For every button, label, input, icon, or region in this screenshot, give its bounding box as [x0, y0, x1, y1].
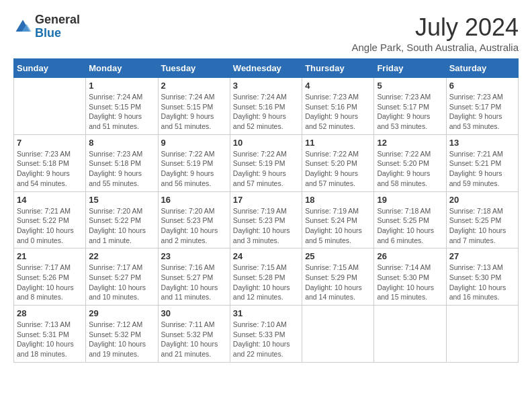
day-number: 5 [377, 81, 443, 91]
week-row-1: 1Sunrise: 7:24 AM Sunset: 5:15 PM Daylig… [14, 78, 519, 135]
day-info: Sunrise: 7:23 AM Sunset: 5:18 PM Dayligh… [17, 149, 83, 189]
day-number: 24 [233, 251, 299, 261]
day-number: 1 [89, 81, 154, 91]
day-number: 10 [233, 138, 299, 148]
calendar-cell [14, 78, 86, 135]
day-info: Sunrise: 7:23 AM Sunset: 5:16 PM Dayligh… [305, 92, 371, 132]
calendar-cell: 22Sunrise: 7:17 AM Sunset: 5:27 PM Dayli… [86, 248, 158, 306]
calendar-cell: 7Sunrise: 7:23 AM Sunset: 5:18 PM Daylig… [14, 134, 86, 191]
day-info: Sunrise: 7:24 AM Sunset: 5:16 PM Dayligh… [233, 92, 299, 132]
calendar-cell: 27Sunrise: 7:13 AM Sunset: 5:30 PM Dayli… [446, 248, 518, 306]
day-info: Sunrise: 7:20 AM Sunset: 5:22 PM Dayligh… [89, 206, 154, 246]
calendar-cell: 1Sunrise: 7:24 AM Sunset: 5:15 PM Daylig… [86, 78, 158, 135]
weekday-header-monday: Monday [86, 59, 158, 78]
logo-icon [13, 17, 32, 36]
calendar-cell: 16Sunrise: 7:20 AM Sunset: 5:23 PM Dayli… [158, 191, 230, 248]
day-number: 3 [233, 81, 299, 91]
month-title: July 2024 [352, 13, 519, 42]
logo-text: General Blue [35, 13, 80, 40]
day-info: Sunrise: 7:18 AM Sunset: 5:25 PM Dayligh… [449, 206, 515, 246]
calendar-cell: 28Sunrise: 7:13 AM Sunset: 5:31 PM Dayli… [14, 306, 86, 363]
day-info: Sunrise: 7:17 AM Sunset: 5:26 PM Dayligh… [17, 263, 83, 302]
calendar-cell: 15Sunrise: 7:20 AM Sunset: 5:22 PM Dayli… [86, 191, 158, 248]
day-number: 16 [161, 195, 227, 205]
day-number: 7 [17, 138, 83, 148]
day-info: Sunrise: 7:13 AM Sunset: 5:31 PM Dayligh… [17, 320, 83, 359]
calendar-cell: 14Sunrise: 7:21 AM Sunset: 5:22 PM Dayli… [14, 191, 86, 248]
day-info: Sunrise: 7:24 AM Sunset: 5:15 PM Dayligh… [161, 92, 227, 132]
day-info: Sunrise: 7:15 AM Sunset: 5:29 PM Dayligh… [305, 263, 371, 302]
week-row-3: 14Sunrise: 7:21 AM Sunset: 5:22 PM Dayli… [14, 191, 519, 248]
day-number: 21 [17, 251, 83, 261]
calendar-cell: 29Sunrise: 7:12 AM Sunset: 5:32 PM Dayli… [86, 306, 158, 363]
week-row-4: 21Sunrise: 7:17 AM Sunset: 5:26 PM Dayli… [14, 248, 519, 306]
day-info: Sunrise: 7:19 AM Sunset: 5:23 PM Dayligh… [233, 206, 299, 246]
calendar-cell [446, 306, 518, 363]
calendar-cell [374, 306, 446, 363]
day-number: 30 [161, 308, 227, 318]
day-number: 12 [377, 138, 443, 148]
day-number: 19 [377, 195, 443, 205]
weekday-header-thursday: Thursday [302, 59, 374, 78]
weekday-header-friday: Friday [374, 59, 446, 78]
day-info: Sunrise: 7:23 AM Sunset: 5:17 PM Dayligh… [449, 92, 515, 132]
calendar-cell: 6Sunrise: 7:23 AM Sunset: 5:17 PM Daylig… [446, 78, 518, 135]
calendar-cell: 10Sunrise: 7:22 AM Sunset: 5:19 PM Dayli… [230, 134, 302, 191]
day-number: 20 [449, 195, 515, 205]
weekday-header-sunday: Sunday [14, 59, 86, 78]
day-info: Sunrise: 7:14 AM Sunset: 5:30 PM Dayligh… [377, 263, 443, 302]
day-info: Sunrise: 7:23 AM Sunset: 5:17 PM Dayligh… [377, 92, 443, 132]
day-number: 6 [449, 81, 515, 91]
day-number: 15 [89, 195, 154, 205]
day-info: Sunrise: 7:21 AM Sunset: 5:21 PM Dayligh… [449, 149, 515, 189]
calendar-table: SundayMondayTuesdayWednesdayThursdayFrid… [13, 58, 519, 363]
day-info: Sunrise: 7:13 AM Sunset: 5:30 PM Dayligh… [449, 263, 515, 302]
day-info: Sunrise: 7:10 AM Sunset: 5:33 PM Dayligh… [233, 320, 299, 359]
page-header: General Blue July 2024 Angle Park, South… [13, 13, 519, 53]
day-number: 23 [161, 251, 227, 261]
week-row-5: 28Sunrise: 7:13 AM Sunset: 5:31 PM Dayli… [14, 306, 519, 363]
day-number: 17 [233, 195, 299, 205]
day-number: 13 [449, 138, 515, 148]
calendar-cell: 23Sunrise: 7:16 AM Sunset: 5:27 PM Dayli… [158, 248, 230, 306]
day-number: 8 [89, 138, 154, 148]
day-info: Sunrise: 7:22 AM Sunset: 5:19 PM Dayligh… [233, 149, 299, 189]
day-number: 4 [305, 81, 371, 91]
day-number: 22 [89, 251, 154, 261]
calendar-cell: 18Sunrise: 7:19 AM Sunset: 5:24 PM Dayli… [302, 191, 374, 248]
calendar-cell: 19Sunrise: 7:18 AM Sunset: 5:25 PM Dayli… [374, 191, 446, 248]
day-info: Sunrise: 7:11 AM Sunset: 5:32 PM Dayligh… [161, 320, 227, 359]
calendar-cell: 17Sunrise: 7:19 AM Sunset: 5:23 PM Dayli… [230, 191, 302, 248]
calendar-cell: 24Sunrise: 7:15 AM Sunset: 5:28 PM Dayli… [230, 248, 302, 306]
weekday-header-tuesday: Tuesday [158, 59, 230, 78]
day-info: Sunrise: 7:22 AM Sunset: 5:20 PM Dayligh… [377, 149, 443, 189]
day-number: 26 [377, 251, 443, 261]
location: Angle Park, South Australia, Australia [352, 42, 519, 53]
day-info: Sunrise: 7:17 AM Sunset: 5:27 PM Dayligh… [89, 263, 154, 302]
day-number: 18 [305, 195, 371, 205]
weekday-header-wednesday: Wednesday [230, 59, 302, 78]
calendar-cell: 26Sunrise: 7:14 AM Sunset: 5:30 PM Dayli… [374, 248, 446, 306]
calendar-cell: 2Sunrise: 7:24 AM Sunset: 5:15 PM Daylig… [158, 78, 230, 135]
day-info: Sunrise: 7:12 AM Sunset: 5:32 PM Dayligh… [89, 320, 154, 359]
day-number: 9 [161, 138, 227, 148]
calendar-cell: 21Sunrise: 7:17 AM Sunset: 5:26 PM Dayli… [14, 248, 86, 306]
day-number: 25 [305, 251, 371, 261]
calendar-cell: 5Sunrise: 7:23 AM Sunset: 5:17 PM Daylig… [374, 78, 446, 135]
weekday-header-saturday: Saturday [446, 59, 518, 78]
day-info: Sunrise: 7:24 AM Sunset: 5:15 PM Dayligh… [89, 92, 154, 132]
day-number: 31 [233, 308, 299, 318]
day-number: 27 [449, 251, 515, 261]
day-info: Sunrise: 7:21 AM Sunset: 5:22 PM Dayligh… [17, 206, 83, 246]
day-info: Sunrise: 7:18 AM Sunset: 5:25 PM Dayligh… [377, 206, 443, 246]
logo: General Blue [13, 13, 80, 40]
day-info: Sunrise: 7:20 AM Sunset: 5:23 PM Dayligh… [161, 206, 227, 246]
calendar-cell: 4Sunrise: 7:23 AM Sunset: 5:16 PM Daylig… [302, 78, 374, 135]
day-number: 14 [17, 195, 83, 205]
day-number: 29 [89, 308, 154, 318]
calendar-cell [302, 306, 374, 363]
week-row-2: 7Sunrise: 7:23 AM Sunset: 5:18 PM Daylig… [14, 134, 519, 191]
weekday-header-row: SundayMondayTuesdayWednesdayThursdayFrid… [14, 59, 519, 78]
day-number: 11 [305, 138, 371, 148]
calendar-cell: 9Sunrise: 7:22 AM Sunset: 5:19 PM Daylig… [158, 134, 230, 191]
